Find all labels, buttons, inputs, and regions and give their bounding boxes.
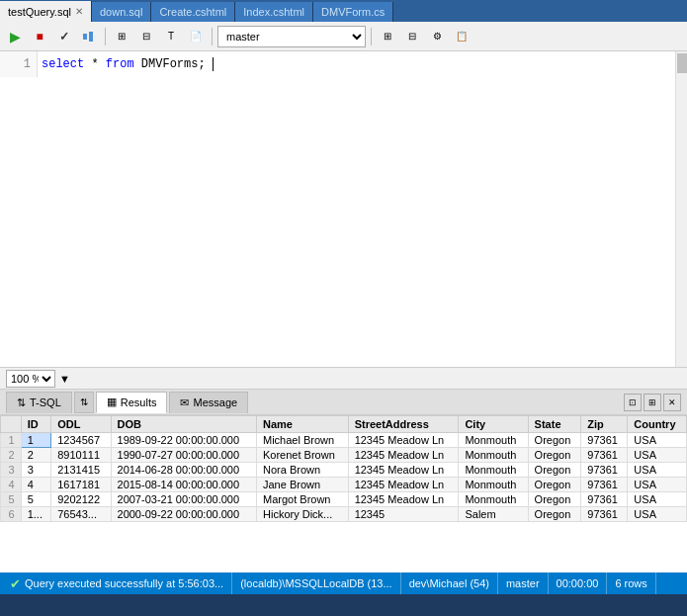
table-row[interactable]: 3321314152014-06-28 00:00:00.000Nora Bro… — [1, 463, 687, 478]
cell-rownum[interactable]: 1 — [1, 433, 22, 448]
cell-zip[interactable]: 97361 — [581, 463, 628, 478]
cell-zip[interactable]: 97361 — [581, 478, 628, 492]
col-zip[interactable]: Zip — [581, 416, 628, 433]
col-state[interactable]: State — [528, 416, 581, 433]
run-button[interactable]: ▶ — [4, 26, 26, 47]
cell-name[interactable]: Michael Brown — [257, 433, 349, 448]
cell-odl[interactable]: 1617181 — [51, 478, 111, 492]
cell-address[interactable]: 12345 — [348, 507, 459, 522]
table-row[interactable]: 5592021222007-03-21 00:00:00.000Margot B… — [1, 492, 687, 507]
grid-button[interactable]: ⊟ — [135, 26, 157, 47]
cell-country[interactable]: USA — [628, 492, 687, 507]
tab-testquery[interactable]: testQuery.sql ✕ — [0, 1, 92, 22]
cell-dob[interactable]: 2000-09-22 00:00:00.000 — [111, 507, 256, 522]
cell-dob[interactable]: 2014-06-28 00:00:00.000 — [111, 463, 256, 478]
cell-id[interactable]: 3 — [21, 463, 51, 478]
col-country[interactable]: Country — [628, 416, 687, 433]
toggle-button[interactable]: ⊟ — [401, 26, 423, 47]
cell-dob[interactable]: 1990-07-27 00:00:00.000 — [111, 448, 256, 463]
cell-zip[interactable]: 97361 — [581, 492, 628, 507]
cell-state[interactable]: Oregon — [528, 433, 581, 448]
tab-down[interactable]: down.sql — [92, 2, 151, 22]
results-tab-message[interactable]: ✉ Message — [169, 392, 248, 413]
cell-rownum[interactable]: 5 — [1, 492, 22, 507]
cell-name[interactable]: Hickory Dick... — [257, 507, 349, 522]
results-options-button[interactable]: 📋 — [451, 26, 472, 47]
cell-country[interactable]: USA — [628, 478, 687, 492]
cell-dob[interactable]: 1989-09-22 00:00:00.000 — [111, 433, 256, 448]
cell-country[interactable]: USA — [628, 433, 687, 448]
table-row[interactable]: 2289101111990-07-27 00:00:00.000Korenet … — [1, 448, 687, 463]
cell-rownum[interactable]: 4 — [1, 478, 22, 492]
data-table-wrapper[interactable]: ID ODL DOB Name StreetAddress City State… — [0, 415, 687, 572]
cell-dob[interactable]: 2015-08-14 00:00:00.000 — [111, 478, 256, 492]
cell-state[interactable]: Oregon — [528, 492, 581, 507]
cell-odl[interactable]: 2131415 — [51, 463, 111, 478]
cell-rownum[interactable]: 6 — [1, 507, 22, 522]
query-options-button[interactable]: ⚙ — [426, 26, 448, 47]
results-tab-results[interactable]: ▦ Results — [96, 392, 168, 413]
cell-id[interactable]: 2 — [21, 448, 51, 463]
file-button[interactable]: 📄 — [185, 26, 207, 47]
tab-dmvformcs[interactable]: DMVForm.cs — [313, 2, 393, 22]
results-tab-tsql[interactable]: ⇅ T-SQL — [6, 392, 72, 413]
sort-button[interactable]: ⇅ — [74, 392, 94, 413]
cell-id[interactable]: 5 — [21, 492, 51, 507]
cell-state[interactable]: Oregon — [528, 478, 581, 492]
view-toggle-1[interactable]: ⊡ — [624, 394, 642, 411]
table-row[interactable]: 1112345671989-09-22 00:00:00.000Michael … — [1, 433, 687, 448]
cell-name[interactable]: Korenet Brown — [257, 448, 349, 463]
cell-zip[interactable]: 97361 — [581, 433, 628, 448]
col-name[interactable]: Name — [257, 416, 349, 433]
cell-odl[interactable]: 1234567 — [51, 433, 111, 448]
cell-rownum[interactable]: 2 — [1, 448, 22, 463]
text-button[interactable]: T — [160, 26, 182, 47]
parse-button[interactable]: ✓ — [53, 26, 75, 47]
tab-indexcshtml[interactable]: Index.cshtml — [235, 2, 313, 22]
tab-testquery-close[interactable]: ✕ — [75, 6, 83, 17]
options-button[interactable]: ⊞ — [377, 26, 398, 47]
cell-city[interactable]: Monmouth — [459, 433, 528, 448]
code-content[interactable]: select * from DMVForms; — [42, 55, 220, 73]
editor-scrollbar[interactable] — [675, 51, 687, 367]
cell-state[interactable]: Oregon — [528, 463, 581, 478]
cell-rownum[interactable]: 3 — [1, 463, 22, 478]
cell-country[interactable]: USA — [628, 463, 687, 478]
cell-address[interactable]: 12345 Meadow Ln — [348, 448, 459, 463]
cell-city[interactable]: Salem — [459, 507, 528, 522]
col-odl[interactable]: ODL — [51, 416, 111, 433]
cell-city[interactable]: Monmouth — [459, 492, 528, 507]
cell-dob[interactable]: 2007-03-21 00:00:00.000 — [111, 492, 256, 507]
cell-state[interactable]: Oregon — [528, 448, 581, 463]
view-toggle-2[interactable]: ⊞ — [644, 394, 661, 411]
zoom-select[interactable]: 100 % — [6, 370, 55, 388]
col-city[interactable]: City — [459, 416, 528, 433]
cell-address[interactable]: 12345 Meadow Ln — [348, 492, 459, 507]
view-toggle-3[interactable]: ✕ — [663, 394, 681, 411]
cell-state[interactable]: Oregon — [528, 507, 581, 522]
cell-zip[interactable]: 97361 — [581, 507, 628, 522]
cell-address[interactable]: 12345 Meadow Ln — [348, 433, 459, 448]
cell-city[interactable]: Monmouth — [459, 463, 528, 478]
cell-id[interactable]: 1... — [21, 507, 51, 522]
cell-odl[interactable]: 9202122 — [51, 492, 111, 507]
cell-name[interactable]: Nora Brown — [257, 463, 349, 478]
tab-createcshtml[interactable]: Create.cshtml — [151, 2, 235, 22]
cell-address[interactable]: 12345 Meadow Ln — [348, 463, 459, 478]
cell-city[interactable]: Monmouth — [459, 448, 528, 463]
col-dob[interactable]: DOB — [111, 416, 256, 433]
cell-id[interactable]: 4 — [21, 478, 51, 492]
cell-odl[interactable]: 76543... — [51, 507, 111, 522]
execution-plan-button[interactable] — [78, 26, 100, 47]
cell-zip[interactable]: 97361 — [581, 448, 628, 463]
cell-country[interactable]: USA — [628, 448, 687, 463]
stop-button[interactable]: ■ — [29, 26, 50, 47]
cell-address[interactable]: 12345 Meadow Ln — [348, 478, 459, 492]
database-selector[interactable]: master — [217, 26, 366, 47]
cell-odl[interactable]: 8910111 — [51, 448, 111, 463]
cell-name[interactable]: Margot Brown — [257, 492, 349, 507]
cell-country[interactable]: USA — [628, 507, 687, 522]
cell-name[interactable]: Jane Brown — [257, 478, 349, 492]
col-id[interactable]: ID — [21, 416, 51, 433]
cell-id[interactable]: 1 — [21, 433, 51, 448]
